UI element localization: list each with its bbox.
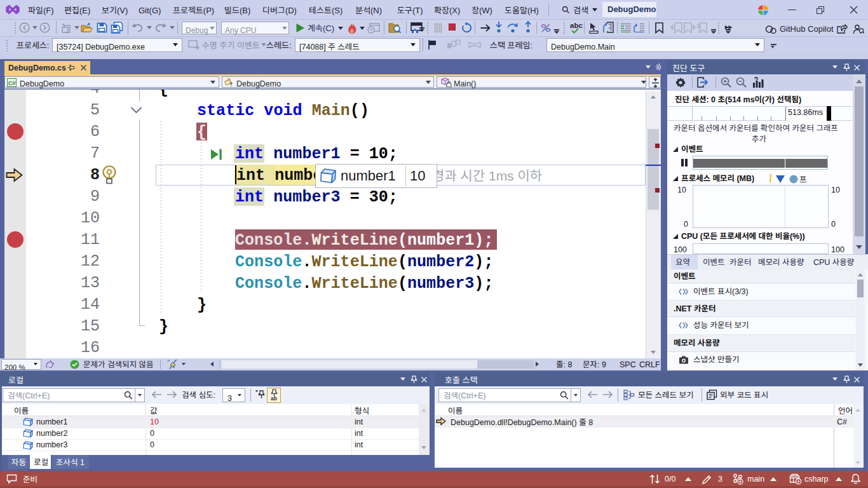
svg-text:ab: ab: [271, 395, 277, 401]
svg-text:C#: C#: [8, 80, 16, 86]
